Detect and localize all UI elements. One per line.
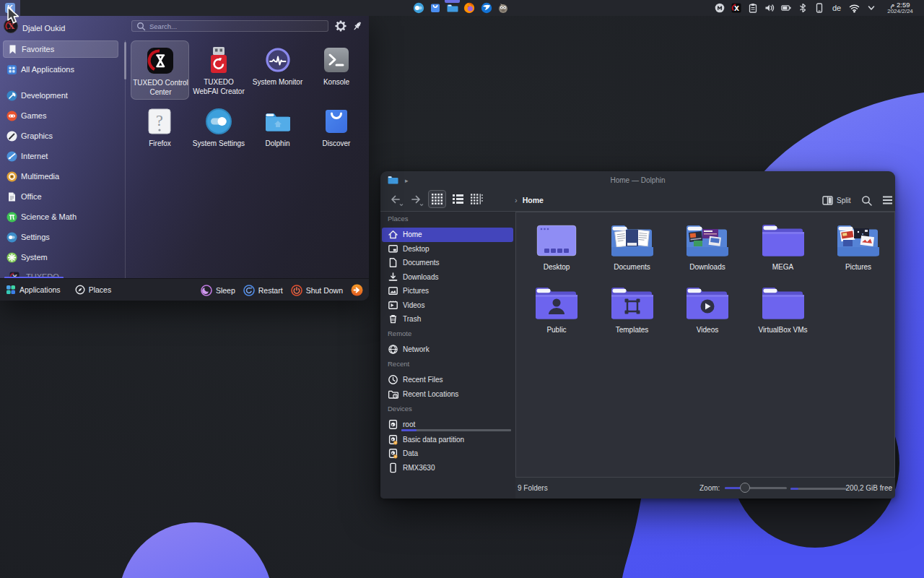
app-tile-label: System Monitor bbox=[250, 77, 306, 87]
folder-view[interactable]: Desktop Documents Downloads MEGA Picture… bbox=[515, 212, 895, 478]
places-item-home[interactable]: Home bbox=[382, 228, 513, 242]
places-item-rmx3630[interactable]: RMX3630 bbox=[382, 461, 513, 475]
task-icon-firefox[interactable] bbox=[461, 0, 479, 16]
wifi-icon[interactable] bbox=[846, 0, 863, 16]
battery-tray-icon[interactable] bbox=[777, 0, 794, 16]
folder-templates[interactable]: Templates bbox=[595, 284, 670, 334]
places-item-documents[interactable]: Documents bbox=[382, 256, 513, 270]
folder-public[interactable]: Public bbox=[519, 284, 594, 334]
folder-label: Templates bbox=[595, 326, 670, 334]
sidebar-scrollbar[interactable] bbox=[124, 42, 126, 79]
breadcrumb-home[interactable]: Home bbox=[523, 196, 544, 204]
list-view-button[interactable] bbox=[449, 190, 467, 208]
split-button[interactable]: Split bbox=[822, 189, 850, 211]
sidebar-item-development[interactable]: Development bbox=[3, 87, 118, 104]
status-bar: 9 Folders Zoom: 200,2 GiB free bbox=[515, 478, 895, 499]
sidebar-item-favorites[interactable]: Favorites bbox=[3, 40, 118, 58]
search-button[interactable] bbox=[858, 191, 875, 209]
sidebar-item-all-applications[interactable]: All Applications bbox=[3, 61, 118, 78]
app-tile-system-settings[interactable]: System Settings bbox=[190, 100, 248, 158]
search-field[interactable] bbox=[131, 20, 328, 32]
app-tile-discover[interactable]: Discover bbox=[308, 100, 366, 158]
phone-tray-icon[interactable] bbox=[811, 0, 827, 16]
task-icon-system-settings[interactable] bbox=[410, 0, 427, 16]
places-item-network[interactable]: Network bbox=[382, 342, 513, 357]
places-item-basic-data-partition[interactable]: Basic data partition bbox=[382, 433, 513, 447]
games-icon bbox=[6, 111, 17, 121]
restart-button[interactable]: Restart bbox=[243, 285, 283, 296]
digital-clock[interactable]: 2:59 م 2024/2/24 bbox=[879, 1, 924, 14]
tuxedo-tray-icon[interactable]: X bbox=[728, 0, 744, 16]
pl-folderclock-icon bbox=[388, 389, 398, 400]
app-tile-tuxedo-webfai-creator[interactable]: TUXEDO WebFAI Creator bbox=[190, 40, 248, 100]
places-item-data[interactable]: Data bbox=[382, 447, 513, 461]
places-item-pictures[interactable]: Pictures bbox=[382, 284, 513, 298]
sidebar-item-clipped[interactable]: XTUXEDO… bbox=[3, 268, 118, 277]
places-item-recent-locations[interactable]: Recent Locations bbox=[382, 387, 513, 402]
folder-virtualbox-vms[interactable]: VirtualBox VMs bbox=[746, 284, 821, 334]
sidebar-item-settings[interactable]: Settings bbox=[3, 228, 118, 246]
folder-mega[interactable]: MEGA bbox=[746, 221, 821, 271]
back-button[interactable] bbox=[388, 191, 405, 209]
pl-clock-icon bbox=[388, 374, 398, 385]
breadcrumb[interactable]: › Home bbox=[515, 189, 544, 211]
shut-down-button[interactable]: Shut Down bbox=[291, 285, 343, 296]
clipboard-tray-icon[interactable] bbox=[744, 0, 761, 16]
task-icon-dolphin[interactable] bbox=[444, 0, 461, 16]
sidebar-item-science-math[interactable]: Science & Math bbox=[3, 208, 118, 225]
hamburger-menu-button[interactable] bbox=[879, 191, 896, 209]
mega-tray-icon[interactable] bbox=[711, 0, 728, 16]
icons-view-button[interactable] bbox=[428, 190, 446, 208]
task-icon-gimp[interactable] bbox=[495, 0, 513, 16]
sidebar-item-multimedia[interactable]: Multimedia bbox=[3, 168, 118, 185]
footer-tab-applications[interactable]: Applications bbox=[6, 285, 61, 295]
places-item-videos[interactable]: Videos bbox=[382, 298, 513, 313]
folder-downloads[interactable]: Downloads bbox=[670, 221, 745, 271]
keyboard-layout-indicator[interactable]: de bbox=[827, 0, 846, 16]
pin-button[interactable] bbox=[349, 18, 365, 34]
folder-label: Videos bbox=[670, 326, 745, 334]
zoom-slider-handle[interactable] bbox=[740, 483, 750, 493]
titlebar[interactable]: ▸ Home — Dolphin bbox=[380, 171, 895, 189]
app-tile-system-monitor[interactable]: System Monitor bbox=[248, 40, 307, 100]
volume-tray-icon[interactable] bbox=[761, 0, 777, 16]
zoom-slider[interactable] bbox=[725, 487, 787, 489]
folder-label: Pictures bbox=[821, 263, 896, 271]
leave-button[interactable] bbox=[351, 284, 363, 296]
places-item-downloads[interactable]: Downloads bbox=[382, 270, 513, 285]
details-view-button[interactable] bbox=[468, 190, 486, 208]
sidebar-item-system[interactable]: System bbox=[3, 249, 118, 266]
sidebar-item-games[interactable]: Games bbox=[3, 107, 118, 124]
chevron-down-icon[interactable] bbox=[863, 0, 879, 16]
task-icon-thunderbird[interactable] bbox=[478, 0, 495, 16]
sleep-button[interactable]: Sleep bbox=[201, 285, 235, 296]
applications-tab-icon bbox=[6, 285, 16, 295]
sidebar-item-graphics[interactable]: Graphics bbox=[3, 127, 118, 144]
graphics-icon bbox=[6, 131, 17, 142]
app-tile-tuxedo-control-center[interactable]: TUXEDO Control Center bbox=[131, 40, 189, 100]
konsole-icon bbox=[308, 46, 366, 74]
folder-pictures[interactable]: Pictures bbox=[821, 221, 896, 271]
folder-desktop[interactable]: Desktop bbox=[519, 221, 594, 271]
configure-button[interactable] bbox=[333, 18, 349, 34]
folder-videos[interactable]: Videos bbox=[670, 284, 745, 334]
bluetooth-tray-icon[interactable] bbox=[794, 0, 811, 16]
sidebar-item-internet[interactable]: Internet bbox=[3, 147, 118, 165]
tcc-icon bbox=[131, 46, 188, 75]
footer-tab-places[interactable]: Places bbox=[75, 285, 112, 295]
forward-button[interactable] bbox=[408, 191, 425, 209]
menu-sidebar: FavoritesAll ApplicationsDevelopmentGame… bbox=[0, 40, 125, 278]
places-item-recent-files[interactable]: Recent Files bbox=[382, 373, 513, 387]
search-input[interactable] bbox=[149, 22, 308, 30]
folder-documents[interactable]: Documents bbox=[595, 221, 670, 271]
app-tile-firefox[interactable]: ?Firefox bbox=[131, 100, 189, 158]
settings-icon bbox=[6, 232, 17, 243]
sidebar-item-office[interactable]: Office bbox=[3, 188, 118, 205]
app-tile-dolphin[interactable]: Dolphin bbox=[248, 100, 307, 158]
places-item-trash[interactable]: Trash bbox=[382, 312, 513, 327]
places-item-desktop[interactable]: Desktop bbox=[382, 242, 513, 256]
places-section-recent: Recent bbox=[388, 360, 409, 368]
shutdown-icon bbox=[291, 285, 302, 296]
task-icon-discover[interactable] bbox=[427, 0, 445, 16]
app-tile-konsole[interactable]: Konsole bbox=[308, 40, 366, 100]
